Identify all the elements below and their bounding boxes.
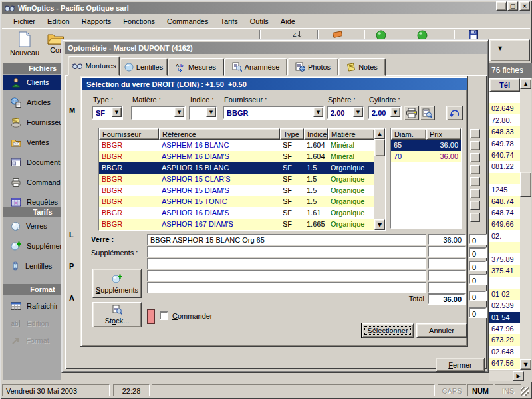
maximize-button[interactable]: ▢ — [507, 1, 518, 11]
lens-scroll-up-icon[interactable]: ▲ — [374, 128, 385, 139]
sidebar-item-lentilles[interactable]: Lentilles — [3, 259, 61, 273]
close-button[interactable]: × — [519, 1, 530, 11]
stock-button[interactable]: Stock... — [92, 302, 142, 327]
scroll-up-icon[interactable]: ▲ — [520, 78, 531, 89]
column-header-prix[interactable]: Prix — [426, 128, 461, 140]
diameter-row[interactable]: 7036.00 — [391, 151, 461, 162]
client-row[interactable] — [489, 92, 520, 103]
supplement-price-field[interactable] — [428, 258, 466, 269]
filter-combo-indice-[interactable]: ▼ — [189, 106, 217, 120]
supplement-field[interactable] — [147, 258, 426, 269]
client-row[interactable]: 648.74 — [489, 207, 520, 219]
lens-row[interactable]: BBGRASPHOR 16 DIAM'SSF1.61Organique — [99, 207, 385, 219]
client-row[interactable] — [489, 277, 520, 288]
filter-combo-matiere-[interactable]: ▼ — [131, 106, 186, 120]
supplement-field[interactable] — [147, 282, 426, 293]
menu-item-rapports[interactable]: Rapports — [76, 16, 118, 27]
print-preview-button[interactable] — [420, 106, 435, 120]
menu-item-edition[interactable]: Edition — [41, 16, 76, 27]
annuler-button[interactable]: Annuler — [416, 323, 467, 338]
resize-grip[interactable] — [521, 387, 529, 396]
combo-value[interactable]: BBGR — [223, 106, 325, 120]
combo-dropdown-icon[interactable]: ▼ — [206, 107, 216, 117]
combo-dropdown-icon[interactable]: ▼ — [174, 107, 184, 117]
fermer-button[interactable]: Fermer — [436, 358, 485, 372]
sidebar-item-edition[interactable]: abEdition — [3, 316, 61, 331]
client-row[interactable]: 01 54 — [489, 312, 520, 323]
minimize-button[interactable]: _ — [496, 1, 507, 11]
tab-mesures[interactable]: AbMesures — [168, 58, 224, 76]
diameter-row[interactable]: 6536.00 — [391, 140, 461, 151]
client-row[interactable]: 02.649 — [489, 103, 520, 114]
print-button[interactable] — [404, 106, 419, 120]
client-row[interactable]: 02.539 — [489, 300, 520, 311]
client-row[interactable]: 375.89 — [489, 254, 520, 265]
lens-row[interactable]: BBGRASPHOR 15 CLAR'SSF1.5Organique — [99, 174, 385, 185]
client-row[interactable]: 081.22 — [489, 161, 520, 172]
tab-notes[interactable]: Notes — [338, 58, 386, 76]
column-header-matiere[interactable]: Matière — [328, 128, 374, 140]
tab-photos[interactable]: Photos — [287, 58, 338, 76]
client-row[interactable]: 375.41 — [489, 265, 520, 277]
client-row[interactable] — [489, 173, 520, 184]
supplement-field[interactable] — [147, 246, 426, 257]
menu-item-commandes[interactable]: Commandes — [161, 16, 214, 27]
client-row[interactable]: 647.96 — [489, 323, 520, 334]
new-button[interactable]: Nouveau — [5, 29, 44, 61]
combo-dropdown-icon[interactable]: ▼ — [390, 107, 400, 117]
verre-field[interactable]: BBGR ASPHOR 15 BLANC Org 65 — [147, 234, 426, 245]
tel-column-header[interactable]: Tél — [489, 78, 520, 92]
sidebar-item-format[interactable]: Format — [3, 333, 61, 348]
sidebar-item-articles[interactable]: Articles — [3, 95, 61, 110]
menu-item-tarifs[interactable]: Tarifs — [214, 16, 243, 27]
supplements-button[interactable]: Suppléments — [92, 269, 142, 298]
supplement-field[interactable] — [147, 270, 426, 281]
sidebar-item-documents[interactable]: Documents — [3, 155, 61, 170]
sidebar-item-clients[interactable]: Clients — [3, 75, 61, 90]
lens-row[interactable]: BBGRASPHOR 15 TONICSF1.5Organique — [99, 196, 385, 207]
vertical-scrollbar-track[interactable] — [520, 89, 531, 359]
supplement-price-field[interactable] — [428, 270, 466, 281]
tab-anamnese[interactable]: Anamnèse — [224, 58, 287, 76]
commander-checkbox[interactable] — [160, 311, 168, 320]
client-row[interactable]: 01 02 — [489, 289, 520, 300]
client-row[interactable]: 1245 — [489, 184, 520, 196]
undo-button[interactable] — [446, 106, 463, 120]
client-row[interactable]: 648.74 — [489, 196, 520, 207]
scroll-down-icon[interactable]: ▼ — [520, 359, 531, 370]
client-row[interactable]: 649.66 — [489, 219, 520, 230]
sidebar-item-commandes[interactable]: Commandes — [3, 175, 61, 190]
scroll-right-icon[interactable]: ▶ — [513, 371, 524, 381]
lens-row[interactable]: BBGRASPHEM 16 DIAM'SSF1.604Minéral — [99, 151, 385, 162]
client-row[interactable]: 648.33 — [489, 126, 520, 138]
filter-combo-type-[interactable]: SF▼ — [92, 106, 123, 120]
client-row[interactable]: 72.80. — [489, 115, 520, 126]
sidebar-item-supplements[interactable]: Suppléments — [3, 239, 61, 253]
combo-dropdown-icon[interactable]: ▼ — [112, 107, 122, 117]
menu-item-fonctions[interactable]: Fonctions — [117, 16, 161, 27]
column-header-indice[interactable]: Indice — [304, 128, 328, 140]
client-row[interactable]: 673.29 — [489, 334, 520, 346]
chevron-down-icon[interactable]: ▼ — [497, 45, 503, 51]
column-header-type[interactable]: Type — [280, 128, 304, 140]
supplement-price-field[interactable] — [428, 282, 466, 293]
client-row[interactable] — [489, 242, 520, 253]
sidebar-item-rafraichir[interactable]: Rafraichir — [3, 299, 61, 313]
filter-combo-cylindre-[interactable]: 2.00▼ — [368, 106, 402, 120]
column-header-reference[interactable]: Référence — [159, 128, 280, 140]
filter-combo-sphere-[interactable]: 2.00▼ — [327, 106, 364, 120]
vertical-scrollbar-thumb[interactable] — [520, 172, 531, 197]
tab-montures[interactable]: Montures — [68, 56, 120, 76]
client-row[interactable]: 02. — [489, 231, 520, 242]
client-row[interactable]: 02.648 — [489, 346, 520, 358]
sidebar-item-verres[interactable]: Verres — [3, 219, 61, 233]
client-row[interactable]: 647.56 — [489, 358, 520, 369]
combo-dropdown-icon[interactable]: ▼ — [313, 107, 323, 117]
verre-price-field[interactable]: 36.00 — [428, 234, 466, 245]
selectionner-button[interactable]: Sélectionner — [362, 323, 414, 338]
lens-row[interactable]: BBGRASPHOR 15 BLANCSF1.5Organique — [99, 162, 385, 174]
filter-combo-fournisseur-[interactable]: BBGR▼ — [223, 106, 325, 120]
lens-scrollbar-thumb[interactable] — [374, 139, 385, 156]
lens-row[interactable]: BBGRASPHOR 167 DIAM'SSF1.665Organique — [99, 219, 385, 230]
supplement-price-field[interactable] — [428, 246, 466, 257]
